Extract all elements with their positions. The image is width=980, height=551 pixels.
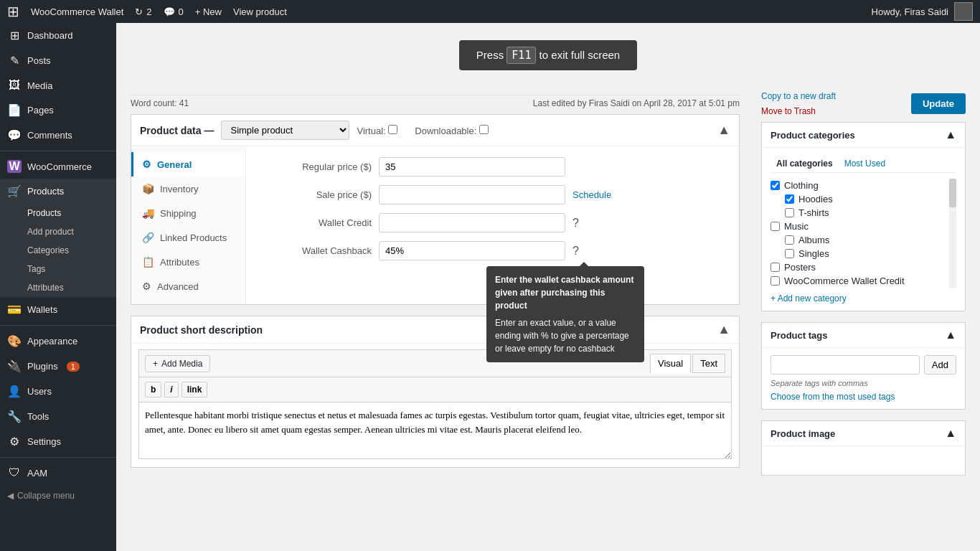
cat-checkbox-singles[interactable] [785, 249, 794, 258]
publish-actions-row: Copy to a new draft Move to Trash Update [761, 91, 966, 116]
wallet-cashback-help-icon[interactable]: ? [573, 245, 579, 257]
comments-link[interactable]: 💬 0 [164, 6, 184, 17]
sidebar-item-plugins[interactable]: 🔌 Plugins 1 [0, 354, 116, 379]
italic-button[interactable]: i [164, 382, 178, 397]
sidebar-item-comments[interactable]: 💬 Comments [0, 123, 116, 148]
sidebar-item-pages[interactable]: 📄 Pages [0, 98, 116, 123]
cat-tab-all[interactable]: All categories [771, 155, 839, 172]
visual-tab-button[interactable]: Visual [650, 354, 691, 373]
submenu-item-categories[interactable]: Categories [0, 241, 116, 260]
cat-checkbox-posters[interactable] [771, 263, 780, 272]
tags-add-button[interactable]: Add [924, 355, 956, 375]
regular-price-input[interactable] [379, 157, 565, 176]
fullscreen-notice-bar: Press F11 to exit full screen [131, 23, 966, 88]
update-button[interactable]: Update [911, 93, 966, 114]
tab-attributes[interactable]: 📋 Attributes [131, 250, 245, 274]
menu-separator-3 [0, 457, 116, 458]
cat-item-albums: Albums [771, 233, 956, 247]
new-content-link[interactable]: + New [195, 6, 222, 17]
sidebar-item-wallets[interactable]: 💳 Wallets [0, 297, 116, 322]
short-description-header[interactable]: Product short description ▲ [131, 316, 739, 344]
move-to-trash-link[interactable]: Move to Trash [761, 106, 816, 116]
sidebar-item-woocommerce[interactable]: W WooCommerce [0, 154, 116, 179]
virtual-label: Virtual: [357, 125, 400, 136]
cat-checkbox-wallet-credit[interactable] [771, 276, 780, 286]
view-product-link[interactable]: View product [233, 6, 287, 17]
cat-checkbox-albums[interactable] [785, 235, 794, 245]
products-icon: 🛒 [7, 184, 22, 198]
sidebar-item-label: Posts [27, 55, 51, 66]
sale-price-input[interactable] [379, 185, 565, 204]
updates-link[interactable]: ↻ 2 [135, 6, 151, 17]
submenu-item-tags[interactable]: Tags [0, 260, 116, 278]
add-media-button[interactable]: + Add Media [145, 355, 210, 372]
submenu-item-products[interactable]: Products [0, 204, 116, 222]
copy-to-draft-link[interactable]: Copy to a new draft [761, 91, 836, 101]
tab-linked-products[interactable]: 🔗 Linked Products [131, 225, 245, 250]
virtual-checkbox[interactable] [388, 125, 397, 134]
submenu-item-attributes[interactable]: Attributes [0, 278, 116, 297]
settings-icon: ⚙ [7, 435, 22, 448]
sidebar-item-dashboard[interactable]: ⊞ Dashboard [0, 23, 116, 48]
sidebar: ⊞ Dashboard ✎ Posts 🖼 Media 📄 Pages 💬 Co… [0, 23, 116, 551]
cat-checkbox-hoodies[interactable] [785, 194, 794, 204]
product-tags-collapse-icon[interactable]: ▲ [945, 329, 956, 342]
product-image-collapse-icon[interactable]: ▲ [945, 427, 956, 440]
tags-input[interactable] [771, 355, 920, 375]
sidebar-item-aam[interactable]: 🛡 AAM [0, 461, 116, 485]
inventory-tab-icon: 📦 [142, 183, 154, 194]
tab-shipping[interactable]: 🚚 Shipping [131, 201, 245, 225]
cat-item-clothing: Clothing [771, 179, 956, 192]
tab-inventory[interactable]: 📦 Inventory [131, 176, 245, 201]
regular-price-field: Regular price ($) [257, 157, 728, 176]
product-data-header: Product data — Simple product Variable p… [131, 115, 739, 146]
submenu-item-add-product[interactable]: Add product [0, 222, 116, 241]
side-panel: Copy to a new draft Move to Trash Update… [750, 91, 966, 486]
downloadable-checkbox[interactable] [479, 125, 489, 134]
link-button[interactable]: link [182, 382, 208, 397]
product-categories-collapse-icon[interactable]: ▲ [945, 128, 956, 141]
sale-price-field: Sale price ($) Schedule [257, 185, 728, 204]
cat-scrollbar-thumb[interactable] [949, 179, 956, 207]
product-type-select[interactable]: Simple product Variable product Grouped … [221, 121, 349, 140]
tab-advanced[interactable]: ⚙ Advanced [131, 274, 245, 298]
text-tab-button[interactable]: Text [692, 354, 725, 373]
comments-icon: 💬 [7, 128, 22, 142]
wallet-credit-label: Wallet Credit [257, 217, 372, 228]
tab-general[interactable]: ⚙ General [131, 152, 245, 176]
sidebar-item-settings[interactable]: ⚙ Settings [0, 429, 116, 454]
fullscreen-notice: Press F11 to exit full screen [459, 40, 637, 70]
cat-item-hoodies: Hoodies [771, 192, 956, 206]
sidebar-item-label: Appearance [27, 336, 77, 347]
schedule-link[interactable]: Schedule [573, 189, 611, 200]
product-data-collapse-icon[interactable]: ▲ [717, 123, 730, 138]
wallet-credit-field: Wallet Credit ? [257, 213, 728, 232]
bold-button[interactable]: b [145, 382, 161, 397]
wallet-cashback-input[interactable] [379, 241, 565, 260]
sidebar-item-posts[interactable]: ✎ Posts [0, 48, 116, 73]
wallet-credit-input[interactable] [379, 213, 565, 232]
sidebar-item-products[interactable]: 🛒 Products [0, 179, 116, 204]
collapse-menu-button[interactable]: ◀ Collapse menu [0, 485, 116, 507]
cat-item-singles: Singles [771, 247, 956, 260]
sidebar-item-users[interactable]: 👤 Users [0, 379, 116, 404]
short-description-textarea[interactable]: Pellentesque habitant morbi tristique se… [138, 402, 732, 459]
short-description-collapse-icon[interactable]: ▲ [717, 322, 730, 337]
sidebar-item-appearance[interactable]: 🎨 Appearance [0, 329, 116, 354]
cat-checkbox-music[interactable] [771, 222, 780, 231]
site-name-link[interactable]: WooCommerce Wallet [31, 6, 123, 17]
attributes-tab-icon: 📋 [142, 256, 154, 268]
product-tags-box: Product tags ▲ Add Separate tags with co… [761, 322, 966, 410]
sidebar-item-media[interactable]: 🖼 Media [0, 73, 116, 98]
tags-choose-link[interactable]: Choose from the most used tags [771, 392, 895, 402]
sidebar-item-label: AAM [27, 468, 47, 479]
wallet-credit-help-icon[interactable]: ? [573, 217, 579, 230]
cat-checkbox-t-shirts[interactable] [785, 208, 794, 217]
main-content: Press F11 to exit full screen Word count… [116, 23, 980, 551]
sidebar-item-label: WooCommerce [27, 161, 92, 172]
cat-tab-most-used[interactable]: Most Used [839, 155, 891, 172]
add-new-category-link[interactable]: + Add new category [771, 293, 956, 303]
cat-checkbox-clothing[interactable] [771, 181, 780, 190]
sidebar-item-tools[interactable]: 🔧 Tools [0, 404, 116, 429]
tools-icon: 🔧 [7, 410, 22, 423]
